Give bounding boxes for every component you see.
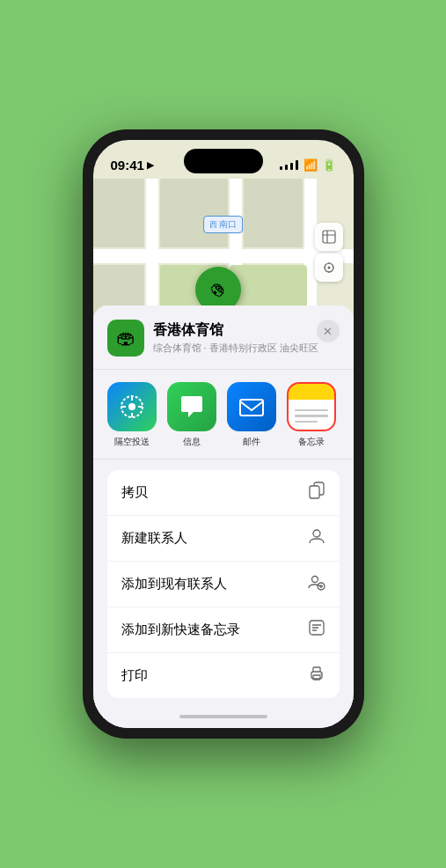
wifi-icon: 📶 bbox=[303, 158, 318, 172]
svg-rect-8 bbox=[160, 179, 228, 247]
map-type-button[interactable] bbox=[315, 223, 343, 251]
mail-icon bbox=[227, 382, 276, 431]
messages-icon bbox=[167, 382, 216, 431]
svg-rect-19 bbox=[323, 231, 335, 243]
status-icons: 📶 🔋 bbox=[279, 158, 336, 172]
print-icon bbox=[308, 665, 325, 687]
venue-info: 香港体育馆 综合体育馆 · 香港特别行政区 油尖旺区 bbox=[153, 321, 340, 355]
share-app-messages[interactable]: 信息 bbox=[167, 382, 216, 448]
venue-emoji: 🏟 bbox=[116, 327, 135, 349]
svg-rect-28 bbox=[240, 400, 263, 416]
copy-label: 拷贝 bbox=[121, 484, 148, 501]
signal-icon bbox=[279, 159, 299, 170]
share-app-notes[interactable]: 备忘录 bbox=[287, 382, 336, 448]
new-contact-icon bbox=[308, 527, 325, 549]
map-controls bbox=[315, 223, 343, 282]
print-label: 打印 bbox=[121, 667, 148, 684]
svg-rect-9 bbox=[230, 179, 242, 247]
share-app-mail[interactable]: 邮件 bbox=[227, 382, 276, 448]
notes-icon bbox=[287, 382, 336, 431]
svg-rect-30 bbox=[310, 486, 319, 498]
location-button[interactable] bbox=[315, 254, 343, 282]
venue-name: 香港体育馆 bbox=[153, 321, 340, 340]
svg-point-27 bbox=[128, 403, 135, 410]
svg-point-32 bbox=[311, 577, 318, 583]
svg-point-31 bbox=[313, 530, 320, 537]
map-label: 西 南口 bbox=[203, 216, 244, 233]
notes-label: 备忘录 bbox=[298, 436, 325, 448]
map-label-text: 南口 bbox=[219, 219, 237, 229]
share-app-airdrop[interactable]: 隔空投送 bbox=[107, 382, 157, 448]
airdrop-label: 隔空投送 bbox=[114, 436, 150, 448]
venue-icon: 🏟 bbox=[107, 320, 144, 357]
add-existing-icon bbox=[308, 573, 325, 595]
share-apps-row: 隔空投送 信息 bbox=[93, 370, 354, 460]
messages-label: 信息 bbox=[183, 436, 201, 448]
action-new-contact[interactable]: 新建联系人 bbox=[107, 516, 340, 562]
new-quick-note-icon bbox=[308, 619, 325, 641]
action-add-existing-contact[interactable]: 添加到现有联系人 bbox=[107, 562, 340, 607]
marker-pin-inner: 🏟 bbox=[201, 273, 235, 306]
action-new-quick-note[interactable]: 添加到新快速备忘录 bbox=[107, 607, 340, 653]
close-icon: ✕ bbox=[323, 325, 333, 338]
dynamic-island bbox=[184, 149, 263, 173]
svg-rect-10 bbox=[244, 179, 303, 247]
battery-icon: 🔋 bbox=[322, 158, 336, 172]
venue-subtitle: 综合体育馆 · 香港特别行政区 油尖旺区 bbox=[153, 342, 340, 355]
status-time: 09:41 bbox=[111, 158, 144, 173]
home-indicator bbox=[93, 698, 354, 728]
mail-label: 邮件 bbox=[243, 436, 260, 448]
bottom-sheet: 🏟 香港体育馆 综合体育馆 · 香港特别行政区 油尖旺区 ✕ bbox=[93, 305, 354, 728]
svg-point-21 bbox=[327, 267, 330, 269]
share-apps-scroll: 隔空投送 信息 bbox=[107, 382, 340, 448]
svg-point-37 bbox=[320, 673, 322, 675]
new-quick-note-label: 添加到新快速备忘录 bbox=[121, 622, 240, 638]
new-contact-label: 新建联系人 bbox=[121, 530, 187, 547]
svg-rect-7 bbox=[93, 179, 144, 247]
action-copy[interactable]: 拷贝 bbox=[107, 470, 340, 516]
action-print[interactable]: 打印 bbox=[107, 653, 340, 698]
venue-header: 🏟 香港体育馆 综合体育馆 · 香港特别行政区 油尖旺区 ✕ bbox=[93, 320, 354, 370]
copy-icon bbox=[308, 482, 325, 504]
action-list: 拷贝 新建联系人 bbox=[107, 470, 340, 698]
phone-frame: 09:41 ▶ 📶 🔋 bbox=[83, 129, 364, 739]
location-icon: ▶ bbox=[147, 159, 154, 171]
phone-screen: 09:41 ▶ 📶 🔋 bbox=[93, 140, 354, 728]
close-button[interactable]: ✕ bbox=[317, 320, 340, 342]
marker-emoji: 🏟 bbox=[206, 277, 230, 302]
add-existing-label: 添加到现有联系人 bbox=[121, 576, 227, 592]
home-bar bbox=[179, 715, 267, 718]
airdrop-icon bbox=[107, 382, 157, 431]
